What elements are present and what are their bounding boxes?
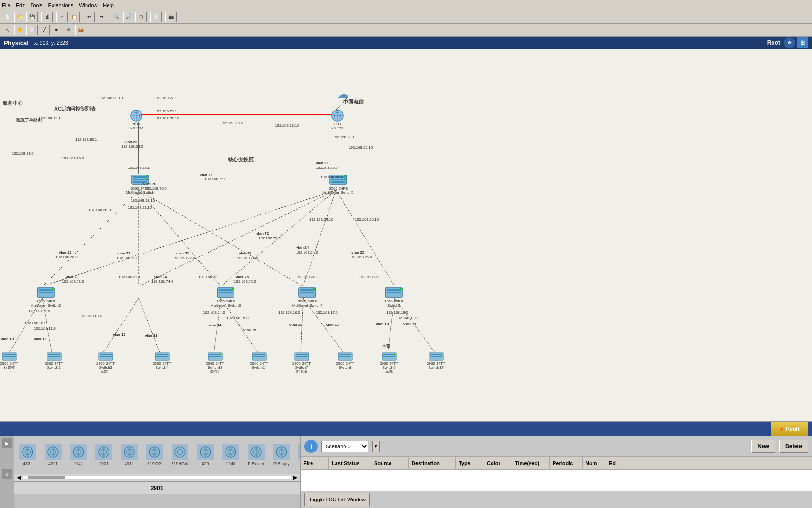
device-label-PtRouter: PtRouter [248,461,265,466]
access-sw4-node[interactable]: 2960-24TTSwitch4 [153,351,171,370]
draw-rect[interactable]: ⬜ [26,25,38,35]
menu-window[interactable]: Window [79,2,97,8]
new-file-btn[interactable]: 📄 [2,12,13,22]
dist-switch4-node[interactable]: 3560-24PSMultilayer Switch4 [292,286,322,308]
box-tool[interactable]: 📦 [75,25,86,35]
core-switch5-node[interactable]: 3560-24PSMultilayer Switch5 [323,173,353,195]
router3-node[interactable]: 2811Router3 [329,109,346,131]
device-item-2901[interactable]: 2901 [92,444,116,466]
col-destination: Destination [409,457,456,469]
core-switch1-node[interactable]: 3560-24PSMultilayer Switch [126,173,154,195]
zoom-out-btn[interactable]: 🔎 [123,12,134,22]
zoom-fit-btn[interactable]: ⊡ [135,12,147,22]
copy-btn[interactable]: 📋 [69,12,80,22]
access-sw14-node[interactable]: 2960-24TTSwitch14 [250,351,268,370]
switch9-node[interactable]: 3560-24PSSwitch9 [384,286,403,308]
svg-point-100 [441,354,442,355]
access-sw2-node[interactable]: 2960-24TTSwitch2 [45,351,63,370]
realt-button[interactable]: ● Realt [771,422,808,436]
expand-icon[interactable]: ⊞ [797,37,808,48]
svg-rect-91 [339,356,351,357]
ip-11-0: 192.168.11.0 [34,326,56,331]
svg-rect-46 [39,289,53,291]
print-btn[interactable]: 🖨 [41,12,53,22]
undo-btn[interactable]: ↩ [84,12,95,22]
move-tool[interactable]: ✋ [14,25,25,35]
svg-point-52 [232,288,234,290]
router2-node[interactable]: 2811Router2 [128,109,145,131]
rect-select-btn[interactable]: ⬜ [150,12,162,22]
menu-extensions[interactable]: Extensions [48,2,73,8]
device-item-819HGW[interactable]: 819HGW [168,444,192,466]
menu-file[interactable]: File [2,2,10,8]
device-scrollbar[interactable]: ◀ ▶ [14,474,300,481]
label-router-config: 配置了单路由 [16,117,42,123]
email-tool[interactable]: ✉ [63,25,74,35]
select-tool[interactable]: ↖ [2,25,13,35]
dist-switch2-node[interactable]: 3560-24PSMultilayer Switch2 [31,286,61,308]
realtime-mode-icon[interactable]: ▶ [2,438,12,448]
svg-line-7 [139,190,221,286]
access-sw-admin-node[interactable]: 2960-24TT行政楼 [0,351,18,370]
screenshot-btn[interactable]: 📷 [165,12,177,22]
device-item-1841[interactable]: 1841 [295,444,300,466]
access-sw-school1-node[interactable]: 2960-24TTSwitch3学院1 [96,351,115,374]
scenario-dropdown-btn[interactable]: ▼ [372,441,380,452]
col-color: Color [484,457,512,469]
svg-rect-94 [383,354,395,355]
save-btn[interactable]: 💾 [26,12,38,22]
access-sw17-node[interactable]: 2960-24TTSwitch17 [427,351,445,370]
scenario-select[interactable]: Scenario 0 [321,441,368,452]
access-sw-main-node[interactable]: 2960-24TTSwitch6本部 [380,351,398,374]
root-icon[interactable]: ⟳ [784,37,795,48]
device-item-PtRouter[interactable]: PtRouter [244,444,268,466]
new-pdu-button[interactable]: New [751,440,775,453]
isp-cloud[interactable]: ☁ [337,87,349,101]
open-btn[interactable]: 📂 [14,12,25,22]
draw-line[interactable]: ╱ [39,25,50,35]
access-sw-library-node[interactable]: 2960-24TTSwitch7图书馆 [292,351,311,374]
zoom-in-btn[interactable]: 🔍 [111,12,122,22]
device-icon-1240 [222,444,239,460]
simulation-mode-icon[interactable]: ⟳ [2,469,12,479]
draw-pen[interactable]: ✒ [51,25,62,35]
scrollbar-thumb[interactable] [28,476,65,479]
vlan-77-lbl: vlan 77 [200,173,212,177]
vlan-10-lbl: vlan 10 [1,337,14,341]
svg-point-60 [400,288,402,290]
device-item-819IOX[interactable]: 819IOX [143,444,166,466]
device-item-PtEmpty[interactable]: PtEmpty [270,444,293,466]
toggle-pdu-button[interactable]: Toggle PDU List Window [304,493,370,506]
scroll-right-btn[interactable]: ▶ [291,475,299,481]
ip-vlan71: 192.168.71.0 [236,256,258,260]
vlan-14-lbl: vlan 14 [209,323,221,327]
device-item-4331[interactable]: 4331 [16,444,39,466]
device-item-4321[interactable]: 4321 [41,444,65,466]
device-left-bar: ▶ ⟳ [0,436,14,508]
device-label-1240: 1240 [226,461,235,466]
scroll-left-btn[interactable]: ◀ [15,475,23,481]
device-item-4911[interactable]: 4911 [117,444,141,466]
ip-24-1: 192.168.24.1 [296,275,318,279]
access-sw-school2-node[interactable]: 2960-24TTSwitch13学院2 [206,351,224,374]
svg-point-64 [14,354,16,355]
svg-rect-66 [48,354,60,355]
device-item-829[interactable]: 829 [194,444,217,466]
redo-btn[interactable]: ↪ [96,12,107,22]
cut-btn[interactable]: ✂ [56,12,68,22]
vlan-19-lbl: vlan 19 [403,322,416,326]
menu-tools[interactable]: Tools [31,2,43,8]
device-item-1941[interactable]: 1941 [67,444,90,466]
svg-rect-59 [387,292,401,293]
menu-help[interactable]: Help [103,2,114,8]
access-sw8-node[interactable]: 2960-24TTSwitch8 [336,351,354,370]
dist-switch3-node[interactable]: 3560-24PSMultilayer Switch3 [211,286,241,308]
delete-pdu-button[interactable]: Delete [779,440,808,453]
access-sw-library-label: 2960-24TTSwitch7图书馆 [292,362,311,374]
selected-device-name: 2901 [151,485,164,492]
info-button[interactable]: i [304,440,318,453]
device-item-1240[interactable]: 1240 [219,444,242,466]
ip-vlan26: 192.168.26.0 [316,166,338,170]
svg-rect-36 [133,181,147,183]
menu-edit[interactable]: Edit [16,2,25,8]
